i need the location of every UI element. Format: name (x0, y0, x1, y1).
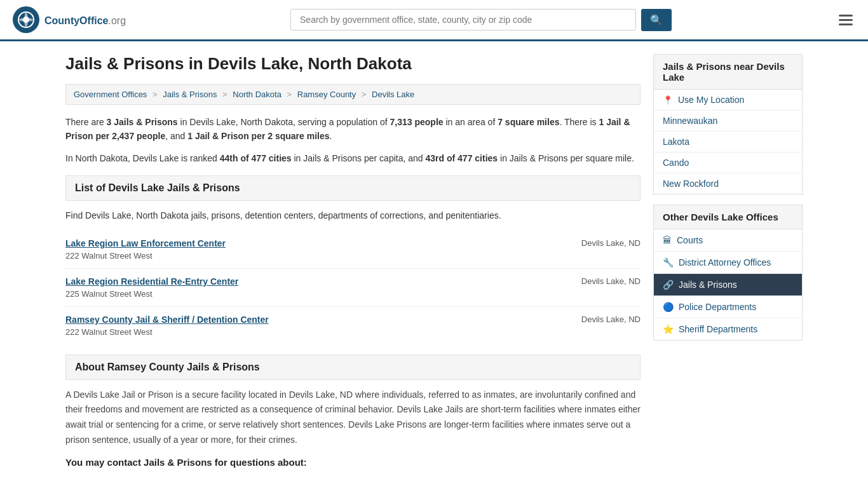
facility-name-0[interactable]: Lake Region Law Enforcement Center (65, 238, 226, 248)
about-section-heading: About Ramsey County Jails & Prisons (65, 355, 641, 380)
near-city-link-1[interactable]: Lakota (663, 137, 689, 147)
jails-link[interactable]: Jails & Prisons (679, 280, 737, 290)
about-text: A Devils Lake Jail or Prison is a secure… (65, 388, 641, 448)
breadcrumb-sep-0: > (153, 90, 158, 99)
breadcrumb-item-2[interactable]: North Dakota (233, 90, 281, 99)
near-city-link-3[interactable]: New Rockford (663, 179, 719, 189)
sidebar-item-jails[interactable]: 🔗 Jails & Prisons (654, 274, 802, 296)
search-area: 🔍 (290, 9, 672, 31)
about-subheading: You may contact Jails & Prisons for ques… (65, 457, 641, 468)
facility-name-1[interactable]: Lake Region Residential Re-Entry Center (65, 276, 238, 287)
list-description: Find Devils Lake, North Dakota jails, pr… (65, 208, 641, 222)
breadcrumb-item-0[interactable]: Government Offices (74, 90, 147, 99)
near-city-link-0[interactable]: Minnewaukan (663, 116, 717, 126)
other-offices-box: 🏛 Courts 🔧 District Attorney Offices 🔗 J… (653, 229, 803, 341)
breadcrumb-item-3[interactable]: Ramsey County (297, 90, 356, 99)
sheriff-link[interactable]: Sheriff Departments (679, 324, 757, 334)
use-location-link[interactable]: Use My Location (678, 95, 744, 105)
facility-address-0: 222 Walnut Street West (65, 251, 153, 261)
site-header: CountyOffice.org 🔍 (0, 0, 868, 41)
facilities-list: Lake Region Law Enforcement Center 222 W… (65, 231, 641, 344)
breadcrumb-sep-1: > (222, 90, 227, 99)
search-input[interactable] (290, 9, 636, 30)
other-offices-title: Other Devils Lake Offices (653, 205, 803, 229)
near-cities-title: Jails & Prisons near Devils Lake (654, 55, 802, 90)
near-city-link-2[interactable]: Cando (663, 158, 689, 168)
list-section-heading: List of Devils Lake Jails & Prisons (65, 175, 641, 201)
breadcrumb-sep-3: > (362, 90, 367, 99)
table-row: Lake Region Law Enforcement Center 222 W… (65, 231, 641, 269)
content-area: Jails & Prisons in Devils Lake, North Da… (65, 54, 641, 468)
logo-text: CountyOffice.org (44, 13, 126, 27)
facility-address-1: 225 Walnut Street West (65, 289, 153, 299)
facility-city-1: Devils Lake, ND (581, 276, 641, 286)
sidebar-item-sheriff[interactable]: ⭐ Sheriff Departments (654, 318, 802, 340)
sheriff-icon: ⭐ (663, 324, 674, 334)
sidebar-item-da[interactable]: 🔧 District Attorney Offices (654, 252, 802, 274)
facility-name-2[interactable]: Ramsey County Jail & Sheriff / Detention… (65, 315, 269, 325)
use-location-item[interactable]: 📍 Use My Location (654, 90, 802, 111)
logo-icon (13, 6, 39, 33)
near-city-2[interactable]: Cando (654, 152, 802, 173)
stats-description: There are 3 Jails & Prisons in Devils La… (65, 115, 641, 144)
search-button[interactable]: 🔍 (641, 9, 672, 31)
facility-city-0: Devils Lake, ND (581, 238, 641, 248)
breadcrumb-item-4[interactable]: Devils Lake (372, 90, 414, 99)
page-title: Jails & Prisons in Devils Lake, North Da… (65, 54, 641, 74)
logo-area[interactable]: CountyOffice.org (13, 6, 126, 33)
near-cities-box: Jails & Prisons near Devils Lake 📍 Use M… (653, 54, 803, 194)
courts-icon: 🏛 (663, 235, 672, 245)
sidebar-item-courts[interactable]: 🏛 Courts (654, 229, 802, 252)
da-link[interactable]: District Attorney Offices (679, 257, 771, 268)
near-city-1[interactable]: Lakota (654, 132, 802, 152)
police-icon: 🔵 (663, 302, 674, 312)
breadcrumb-item-1[interactable]: Jails & Prisons (163, 90, 217, 99)
near-city-3[interactable]: New Rockford (654, 173, 802, 194)
location-pin-icon: 📍 (663, 95, 673, 105)
courts-link[interactable]: Courts (677, 235, 703, 245)
table-row: Ramsey County Jail & Sheriff / Detention… (65, 307, 641, 344)
menu-icon[interactable] (836, 12, 855, 28)
breadcrumb-sep-2: > (287, 90, 292, 99)
rank-description: In North Dakota, Devils Lake is ranked 4… (65, 151, 641, 165)
police-link[interactable]: Police Departments (679, 302, 756, 312)
da-icon: 🔧 (663, 257, 674, 268)
sidebar: Jails & Prisons near Devils Lake 📍 Use M… (653, 54, 803, 468)
sidebar-item-police[interactable]: 🔵 Police Departments (654, 296, 802, 318)
facility-address-2: 222 Walnut Street West (65, 327, 153, 337)
near-city-0[interactable]: Minnewaukan (654, 111, 802, 132)
facility-city-2: Devils Lake, ND (581, 315, 641, 324)
breadcrumb: Government Offices > Jails & Prisons > N… (65, 84, 641, 105)
table-row: Lake Region Residential Re-Entry Center … (65, 269, 641, 307)
jails-icon: 🔗 (663, 280, 674, 290)
